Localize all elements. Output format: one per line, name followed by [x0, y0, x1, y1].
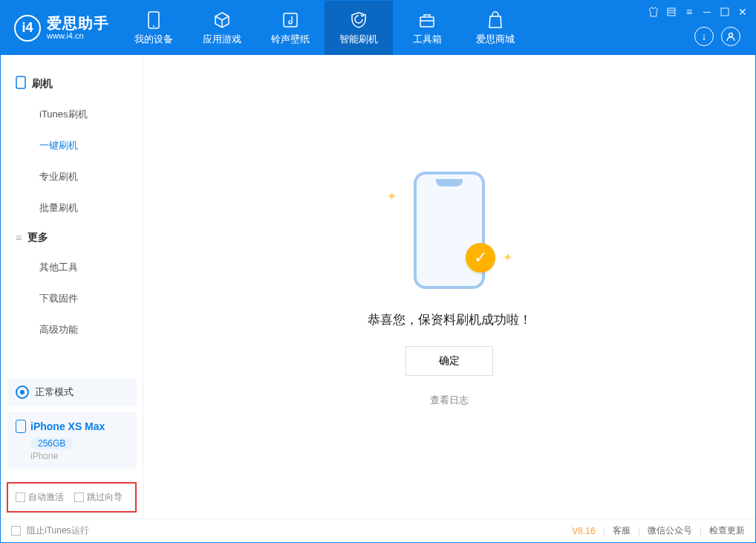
device-mode-label: 正常模式: [35, 386, 74, 399]
sidebar: 刷机 iTunes刷机 一键刷机 专业刷机 批量刷机 ≡ 更多 其他工具 下载固…: [1, 55, 143, 518]
svg-rect-9: [16, 77, 25, 88]
shirt-icon[interactable]: [647, 5, 660, 19]
auto-activate-checkbox[interactable]: 自动激活: [16, 491, 64, 504]
success-illustration: ✦ ✓ ✦: [390, 167, 509, 293]
logo-icon: i4: [14, 15, 41, 42]
app-logo: i4 爱思助手 www.i4.cn: [1, 1, 120, 55]
window-controls: ≡ ─ ✕: [647, 5, 749, 19]
status-bar: 阻止iTunes运行 V8.16 | 客服 | 微信公众号 | 检查更新: [1, 518, 755, 542]
mode-indicator-icon: [16, 386, 29, 399]
sidebar-item-advanced[interactable]: 高级功能: [1, 314, 143, 345]
storage-badge: 256GB: [30, 438, 73, 449]
app-url: www.i4.cn: [47, 31, 109, 40]
device-card[interactable]: iPhone XS Max 256GB iPhone: [7, 412, 137, 469]
svg-point-8: [729, 33, 733, 37]
sidebar-item-other-tools[interactable]: 其他工具: [1, 252, 143, 283]
device-icon: [16, 420, 26, 433]
version-label: V8.16: [572, 526, 595, 536]
nav-my-device[interactable]: 我的设备: [120, 1, 188, 55]
device-small-icon: [16, 76, 26, 91]
sidebar-item-pro[interactable]: 专业刷机: [1, 161, 143, 192]
user-icon[interactable]: [721, 27, 740, 46]
maximize-button[interactable]: [718, 5, 731, 19]
flash-options-highlight: 自动激活 跳过向导: [7, 482, 137, 513]
phone-icon: [144, 10, 163, 30]
svg-rect-3: [420, 17, 434, 27]
close-button[interactable]: ✕: [736, 5, 749, 19]
sidebar-item-batch[interactable]: 批量刷机: [1, 192, 143, 224]
app-header: i4 爱思助手 www.i4.cn 我的设备 应用游戏 铃声壁纸 智能刷机 工具…: [1, 1, 755, 55]
sidebar-header-flash: 刷机: [1, 68, 143, 99]
sidebar-item-itunes[interactable]: iTunes刷机: [1, 99, 143, 130]
sparkle-icon: ✦: [503, 250, 512, 259]
nav-toolbox[interactable]: 工具箱: [393, 1, 461, 55]
svg-rect-7: [721, 8, 729, 16]
block-itunes-checkbox[interactable]: 阻止iTunes运行: [11, 524, 89, 537]
download-icon[interactable]: ↓: [694, 27, 714, 46]
shield-icon: [349, 10, 368, 30]
skip-guide-checkbox[interactable]: 跳过向导: [74, 491, 123, 504]
view-log-link[interactable]: 查看日志: [430, 394, 469, 407]
svg-rect-4: [668, 8, 675, 16]
sidebar-item-oneclick[interactable]: 一键刷机: [1, 130, 143, 161]
svg-point-1: [153, 25, 154, 27]
nav-store[interactable]: 爱思商城: [461, 1, 529, 55]
more-icon: ≡: [16, 232, 22, 244]
check-update-link[interactable]: 检查更新: [709, 524, 745, 537]
nav-apps-games[interactable]: 应用游戏: [188, 1, 256, 55]
device-type-label: iPhone: [30, 451, 128, 461]
menu-icon[interactable]: [665, 5, 678, 19]
checkmark-badge-icon: ✓: [466, 243, 495, 273]
minimize-button[interactable]: ─: [700, 5, 714, 19]
device-name-label: iPhone XS Max: [30, 420, 105, 432]
music-icon: [281, 10, 300, 30]
success-message: 恭喜您，保资料刷机成功啦！: [368, 311, 532, 328]
lines-icon[interactable]: ≡: [682, 5, 696, 19]
main-content: ✦ ✓ ✦ 恭喜您，保资料刷机成功啦！ 确定 查看日志: [143, 55, 755, 518]
toolbox-icon: [417, 10, 437, 30]
svg-rect-2: [284, 13, 297, 27]
ok-button[interactable]: 确定: [405, 346, 493, 376]
sparkle-icon: ✦: [387, 189, 396, 198]
main-nav: 我的设备 应用游戏 铃声壁纸 智能刷机 工具箱 爱思商城: [120, 1, 529, 55]
wechat-link[interactable]: 微信公众号: [648, 524, 692, 537]
nav-smart-flash[interactable]: 智能刷机: [325, 1, 393, 55]
sidebar-header-more: ≡ 更多: [1, 224, 143, 252]
bag-icon: [486, 10, 505, 30]
sidebar-item-download-fw[interactable]: 下载固件: [1, 283, 143, 314]
cube-icon: [212, 10, 232, 30]
support-link[interactable]: 客服: [613, 524, 630, 537]
app-name: 爱思助手: [47, 15, 109, 31]
device-mode-card[interactable]: 正常模式: [7, 378, 137, 406]
nav-ring-wallpaper[interactable]: 铃声壁纸: [256, 1, 325, 55]
